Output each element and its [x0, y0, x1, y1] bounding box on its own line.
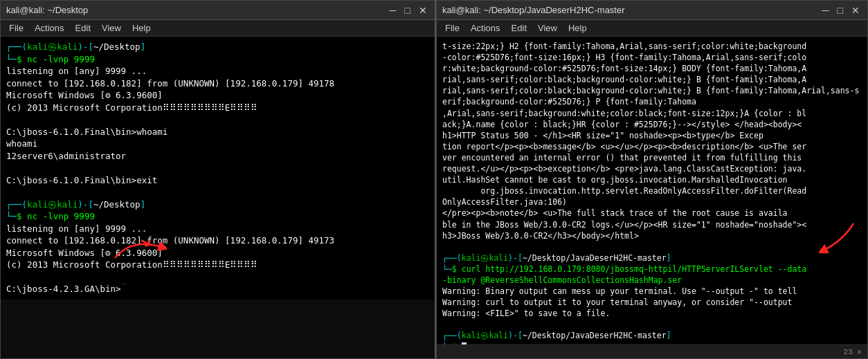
windows-container: kali@kali: ~/Desktop ─ □ ✕ File Actions …: [0, 0, 868, 359]
left-terminal: kali@kali: ~/Desktop ─ □ ✕ File Actions …: [0, 0, 436, 359]
right-terminal-content[interactable]: t-size:22px;} H2 {font-family:Tahoma,Ari…: [437, 37, 867, 344]
left-window-title: kali@kali: ~/Desktop: [6, 5, 88, 15]
left-menu-file[interactable]: File: [3, 23, 29, 33]
right-status-bar: 23 ✕: [437, 344, 867, 358]
left-menu-help[interactable]: Help: [127, 23, 156, 33]
right-window-controls: ─ □ ✕: [820, 5, 862, 16]
right-menu-help[interactable]: Help: [563, 23, 593, 33]
left-terminal-content[interactable]: ┌──(kali㉿kali)-[~/Desktop] └─$ nc -lvnp …: [1, 37, 435, 300]
left-window-controls: ─ □ ✕: [388, 5, 429, 16]
right-status-text: 23 ✕: [844, 347, 862, 356]
left-title-bar: kali@kali: ~/Desktop ─ □ ✕: [1, 1, 435, 20]
right-close-btn[interactable]: ✕: [849, 5, 862, 16]
left-minimize-btn[interactable]: ─: [388, 5, 399, 16]
right-menu-bar: File Actions Edit View Help: [437, 20, 867, 37]
left-arrow-svg: [111, 234, 167, 261]
right-window-title: kali@kali: ~/Desktop/JavaDeserH2HC-maste…: [442, 5, 625, 15]
right-arrow-container: [819, 220, 860, 258]
right-menu-view[interactable]: View: [532, 23, 563, 33]
right-arrow-svg: [819, 220, 860, 255]
right-terminal: kali@kali: ~/Desktop/JavaDeserH2HC-maste…: [436, 0, 868, 359]
right-maximize-btn[interactable]: □: [835, 5, 845, 16]
left-close-btn[interactable]: ✕: [417, 5, 429, 16]
left-maximize-btn[interactable]: □: [403, 5, 413, 16]
right-minimize-btn[interactable]: ─: [820, 5, 831, 16]
left-menu-bar: File Actions Edit View Help: [1, 20, 435, 37]
right-menu-edit[interactable]: Edit: [506, 23, 532, 33]
right-menu-file[interactable]: File: [440, 23, 465, 33]
left-content-wrapper: ┌──(kali㉿kali)-[~/Desktop] └─$ nc -lvnp …: [1, 37, 435, 358]
left-menu-view[interactable]: View: [96, 23, 127, 33]
right-title-bar: kali@kali: ~/Desktop/JavaDeserH2HC-maste…: [437, 1, 867, 20]
right-menu-actions[interactable]: Actions: [465, 23, 506, 33]
left-menu-edit[interactable]: Edit: [70, 23, 96, 33]
left-menu-actions[interactable]: Actions: [29, 23, 70, 33]
right-content-wrapper: t-size:22px;} H2 {font-family:Tahoma,Ari…: [437, 37, 867, 344]
